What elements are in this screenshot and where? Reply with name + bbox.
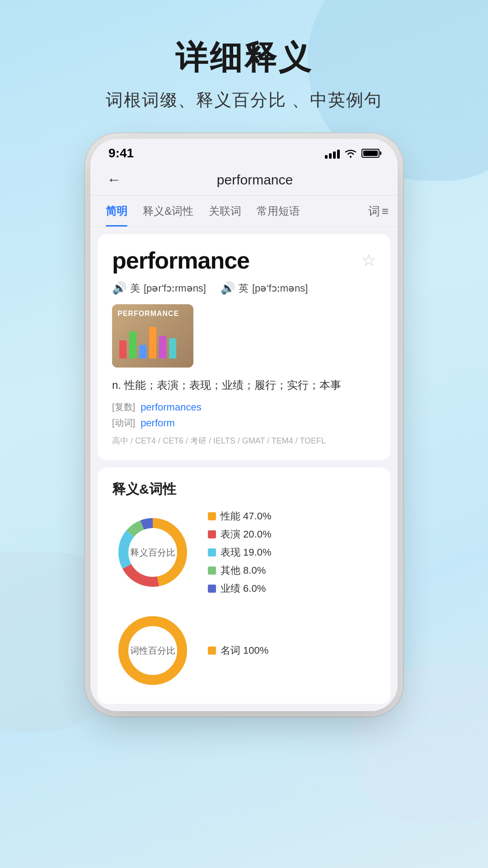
nav-bar: ← performance	[90, 164, 398, 196]
word-title: performance	[112, 247, 249, 274]
donut2-section: 词性百分比 名词 100%	[112, 610, 376, 691]
us-ipa: [pər'fɔːrməns]	[144, 283, 206, 294]
page-subtitle: 词根词缀、释义百分比 、中英例句	[0, 89, 488, 112]
donut2-legend-dot-1	[208, 646, 216, 655]
definition-text: n. 性能；表演；表现；业绩；履行；实行；本事	[112, 377, 376, 394]
tab-changyong[interactable]: 常用短语	[250, 196, 306, 226]
donut1-chart: 释义百分比	[112, 512, 193, 593]
nav-title: performance	[125, 172, 385, 188]
tags-row: 高中 / CET4 / CET6 / 考研 / IELTS / GMAT / T…	[112, 434, 376, 448]
svg-point-0	[350, 156, 352, 158]
legend-label-1: 性能 47.0%	[221, 509, 272, 523]
legend-label-2: 表演 20.0%	[221, 528, 272, 541]
donut2-chart: 词性百分比	[112, 610, 193, 691]
verb-label: [动词]	[112, 417, 135, 429]
speaker-uk-icon: 🔊	[221, 281, 235, 295]
donut2-label: 词性百分比	[130, 645, 175, 657]
word-forms: [复数] performances [动词] perform	[112, 401, 376, 429]
plural-label: [复数]	[112, 401, 135, 413]
pronunciation-uk[interactable]: 🔊 英 [pə'fɔːməns]	[221, 281, 308, 295]
legend-item-1: 性能 47.0%	[208, 509, 272, 523]
status-icons	[325, 148, 380, 159]
uk-label: 英	[239, 282, 249, 295]
legend-label-4: 其他 8.0%	[221, 564, 266, 577]
legend-dot-5	[208, 585, 216, 593]
us-label: 美	[130, 282, 140, 295]
page-title: 详细释义	[0, 36, 488, 80]
tab-more[interactable]: 词 ≡	[368, 203, 389, 219]
verb-value[interactable]: perform	[141, 417, 175, 429]
phone-mockup: 9:41 ←	[90, 139, 398, 711]
donut2-legend-label-1: 名词 100%	[221, 644, 268, 657]
mini-chart-bars	[119, 327, 176, 359]
tab-jianming[interactable]: 简明	[99, 196, 134, 226]
star-icon[interactable]: ☆	[361, 251, 376, 270]
donut2-legend-item-1: 名词 100%	[208, 644, 268, 657]
content-area: performance ☆ 🔊 美 [pər'fɔːrməns] 🔊 英 [pə…	[90, 227, 398, 711]
donut2-legend: 名词 100%	[208, 644, 268, 657]
status-bar: 9:41	[90, 139, 398, 164]
wifi-icon	[344, 148, 357, 158]
menu-icon: ≡	[382, 204, 389, 218]
pronunciation-us[interactable]: 🔊 美 [pər'fɔːrməns]	[112, 281, 206, 295]
word-image: PERFORMANCE	[112, 304, 193, 368]
plural-row: [复数] performances	[112, 401, 376, 413]
back-button[interactable]: ←	[103, 170, 125, 190]
donut1-label: 释义百分比	[130, 547, 175, 559]
signal-icon	[325, 148, 340, 159]
definition-section-title: 释义&词性	[112, 480, 376, 499]
tab-guanlian[interactable]: 关联词	[202, 196, 248, 226]
legend-dot-4	[208, 566, 216, 575]
legend-label-5: 业绩 6.0%	[221, 582, 266, 595]
word-card: performance ☆ 🔊 美 [pər'fɔːrməns] 🔊 英 [pə…	[98, 234, 390, 460]
legend-dot-1	[208, 512, 216, 520]
phone-container: 9:41 ←	[0, 139, 488, 711]
legend-item-3: 表现 19.0%	[208, 546, 272, 559]
legend-item-5: 业绩 6.0%	[208, 582, 272, 595]
speaker-us-icon: 🔊	[112, 281, 127, 295]
donut1-section: 释义百分比 性能 47.0% 表演 20.0% 表现	[112, 509, 376, 595]
chart-image-label: PERFORMANCE	[117, 310, 179, 318]
legend-item-2: 表演 20.0%	[208, 528, 272, 541]
tabs-bar: 简明 释义&词性 关联词 常用短语 词 ≡	[90, 196, 398, 227]
definition-card: 释义&词性	[98, 467, 390, 704]
uk-ipa: [pə'fɔːməns]	[252, 283, 308, 294]
pronunciation-row: 🔊 美 [pər'fɔːrməns] 🔊 英 [pə'fɔːməns]	[112, 281, 376, 295]
legend-item-4: 其他 8.0%	[208, 564, 272, 577]
legend-dot-2	[208, 530, 216, 538]
word-header: performance ☆	[112, 247, 376, 274]
page-header: 详细释义 词根词缀、释义百分比 、中英例句	[0, 0, 488, 130]
plural-value[interactable]: performances	[141, 401, 202, 413]
verb-row: [动词] perform	[112, 417, 376, 429]
status-time: 9:41	[108, 146, 134, 160]
battery-icon	[361, 149, 380, 158]
tab-yiyi[interactable]: 释义&词性	[136, 196, 200, 226]
donut1-legend: 性能 47.0% 表演 20.0% 表现 19.0% 其他 8.0%	[208, 509, 272, 595]
legend-dot-3	[208, 548, 216, 557]
legend-label-3: 表现 19.0%	[221, 546, 272, 559]
